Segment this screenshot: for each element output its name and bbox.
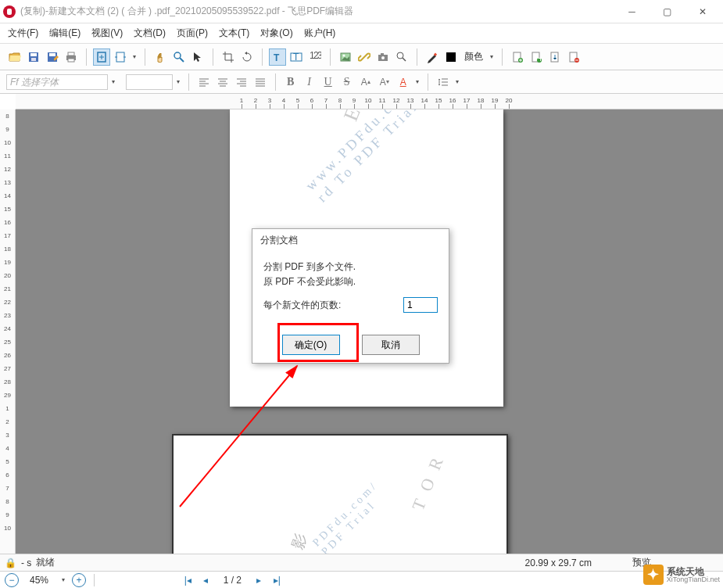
line-spacing-dropdown[interactable]: ▾ (453, 78, 461, 85)
italic-button[interactable]: I (301, 74, 318, 91)
ruler-tick: 13 (0, 176, 15, 189)
minimize-button[interactable]: ─ (614, 0, 650, 23)
svg-rect-26 (446, 52, 456, 62)
fit-dropdown[interactable]: ▾ (131, 53, 138, 60)
search-tool[interactable] (393, 48, 410, 66)
font-color-dropdown[interactable]: ▾ (413, 78, 421, 85)
page-indicator[interactable]: 1 / 2 (213, 575, 252, 586)
color-swatch-icon (445, 51, 457, 63)
zoom-tool[interactable] (170, 48, 188, 66)
open-button[interactable] (6, 48, 23, 66)
menu-document[interactable]: 文档(D) (134, 27, 166, 40)
ruler-tick: 1 (0, 402, 15, 415)
ruler-tick: 7 (319, 97, 333, 109)
text-tool[interactable]: T (269, 48, 286, 66)
crop-tool[interactable] (220, 48, 237, 66)
text-box-icon: T (290, 51, 302, 63)
close-button[interactable]: ✕ (685, 0, 720, 23)
zoom-level[interactable]: 45% (23, 575, 55, 586)
ruler-tick: 17 (460, 97, 474, 109)
save-button[interactable] (25, 48, 42, 66)
font-family-dropdown[interactable]: ▾ (109, 78, 117, 85)
text-spacing-tool[interactable]: 123 (306, 48, 324, 66)
svg-rect-6 (68, 52, 74, 56)
print-button[interactable] (63, 48, 80, 66)
insert-page-button[interactable] (509, 48, 526, 66)
zoom-in-button[interactable]: + (72, 573, 86, 587)
folder-open-icon (9, 51, 21, 63)
strike-button[interactable]: S (338, 74, 356, 91)
align-justify-button[interactable] (252, 74, 269, 91)
menu-page[interactable]: 页面(P) (177, 27, 208, 40)
image-tool[interactable] (337, 48, 354, 66)
zoom-dropdown[interactable]: ▾ (59, 576, 67, 583)
menu-text[interactable]: 文本(T) (219, 27, 249, 40)
add-page-button[interactable]: + (528, 48, 545, 66)
ok-button[interactable]: 确定(O) (282, 335, 340, 355)
menu-object[interactable]: 对象(O) (260, 27, 292, 40)
superscript-button[interactable]: A▴ (357, 74, 374, 91)
color-rect[interactable] (442, 48, 460, 66)
ruler-tick: 26 (0, 349, 15, 362)
cancel-button[interactable]: 取消 (362, 335, 420, 355)
line-spacing-button[interactable] (435, 74, 452, 91)
font-size-combo[interactable] (126, 74, 173, 90)
first-page-button[interactable]: |◂ (184, 575, 191, 586)
dialog-body: 分割 PDF 到多个文件. 原 PDF 不会受此影响. 每个新文件的页数: (252, 252, 449, 321)
brand-icon: ✦ (643, 565, 664, 585)
svg-text:3: 3 (317, 51, 321, 61)
maximize-button[interactable]: ▢ (650, 0, 685, 23)
last-page-button[interactable]: ▸| (274, 575, 281, 586)
svg-rect-7 (68, 59, 74, 62)
next-page-button[interactable]: ▸ (256, 575, 261, 586)
magnifier-icon (173, 51, 185, 63)
separator (213, 48, 213, 66)
ruler-tick: 18 (474, 97, 488, 109)
camera-icon (377, 51, 389, 63)
ruler-tick: 3 (0, 428, 15, 442)
menu-view[interactable]: 视图(V) (91, 27, 123, 40)
svg-point-23 (397, 52, 403, 59)
font-size-dropdown[interactable]: ▾ (174, 78, 182, 85)
extract-page-button[interactable] (546, 48, 564, 66)
svg-rect-22 (381, 53, 384, 55)
camera-tool[interactable] (374, 48, 392, 66)
rotate-tool[interactable] (238, 48, 256, 66)
select-tool[interactable] (189, 48, 206, 66)
menu-file[interactable]: 文件(F) (8, 27, 38, 40)
ruler-tick: 19 (488, 97, 502, 109)
font-family-combo[interactable]: Ff 选择字体 (6, 74, 108, 90)
subscript-button[interactable]: A▾ (376, 74, 393, 91)
highlight-tool[interactable] (424, 48, 441, 66)
search-icon (396, 51, 408, 63)
fit-page-button[interactable] (93, 48, 110, 66)
svg-rect-2 (31, 58, 36, 61)
save-as-button[interactable] (44, 48, 61, 66)
ruler-tick: 3 (263, 97, 277, 109)
image-icon (339, 51, 352, 63)
delete-page-button[interactable] (565, 48, 582, 66)
color-dropdown[interactable]: ▾ (488, 53, 496, 60)
fit-page-icon (95, 51, 108, 63)
page-delete-icon (567, 51, 580, 63)
pdf-page-2[interactable]: PDFdu.com/PDF Trial T O R 影 (172, 434, 508, 554)
align-right-button[interactable] (233, 74, 250, 91)
ruler-tick: 16 (446, 97, 460, 109)
pages-per-file-input[interactable] (403, 297, 438, 313)
menu-edit[interactable]: 编辑(E) (49, 27, 81, 40)
link-tool[interactable] (356, 48, 373, 66)
bold-button[interactable]: B (282, 74, 299, 91)
hand-tool[interactable] (152, 48, 169, 66)
align-center-button[interactable] (214, 74, 231, 91)
menu-account[interactable]: 账户(H) (304, 27, 336, 40)
text-box-tool[interactable]: T (288, 48, 305, 66)
svg-line-24 (403, 58, 406, 61)
zoom-out-button[interactable]: − (5, 573, 19, 587)
prev-page-button[interactable]: ◂ (203, 575, 208, 586)
svg-text:T: T (274, 52, 280, 63)
ruler-tick: 15 (431, 97, 446, 109)
fit-width-button[interactable] (112, 48, 129, 66)
font-color-button[interactable]: A (395, 74, 412, 91)
align-left-button[interactable] (195, 74, 213, 91)
underline-button[interactable]: U (320, 74, 337, 91)
